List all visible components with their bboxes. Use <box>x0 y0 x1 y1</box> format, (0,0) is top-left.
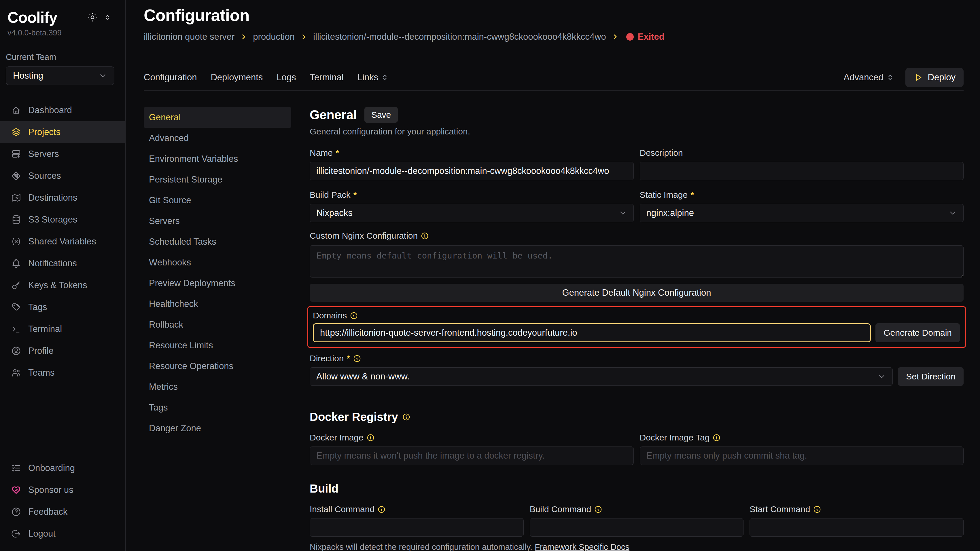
sidebar-item-shared-variables[interactable]: Shared Variables <box>0 230 125 252</box>
theme-sun-icon[interactable] <box>87 12 98 22</box>
save-button[interactable]: Save <box>364 107 398 123</box>
direction-label: Direction * <box>310 354 964 363</box>
team-select[interactable]: Hosting <box>6 67 115 85</box>
build-pack-select[interactable]: Nixpacks <box>310 204 634 222</box>
set-direction-button[interactable]: Set Direction <box>898 367 964 386</box>
generate-nginx-button[interactable]: Generate Default Nginx Configuration <box>310 284 964 302</box>
subnav-item-resource-operations[interactable]: Resource Operations <box>144 356 291 376</box>
git-diamond-icon <box>11 171 21 181</box>
subnav-label: Tags <box>149 402 168 413</box>
framework-docs-link[interactable]: Framework Specific Docs <box>535 542 629 551</box>
sidebar-item-dashboard[interactable]: Dashboard <box>0 99 125 121</box>
subnav-item-webhooks[interactable]: Webhooks <box>144 252 291 273</box>
static-image-select[interactable]: nginx:alpine <box>640 204 964 222</box>
subnav-item-general[interactable]: General <box>144 107 291 128</box>
info-icon[interactable] <box>421 232 429 240</box>
install-command-input[interactable] <box>310 518 524 537</box>
subnav-item-metrics[interactable]: Metrics <box>144 376 291 397</box>
tab-links[interactable]: Links <box>358 72 389 83</box>
subnav-item-danger-zone[interactable]: Danger Zone <box>144 418 291 439</box>
subnav-item-tags[interactable]: Tags <box>144 397 291 418</box>
user-circle-icon <box>11 346 21 356</box>
current-team-label: Current Team <box>0 37 125 62</box>
main-content: Configuration illicitonion quote server … <box>126 0 980 551</box>
subnav-item-scheduled-tasks[interactable]: Scheduled Tasks <box>144 232 291 252</box>
map-icon <box>11 192 21 203</box>
sidebar-item-s3-storages[interactable]: S3 Storages <box>0 209 125 230</box>
info-icon[interactable] <box>594 505 602 514</box>
build-command-input[interactable] <box>530 518 744 537</box>
theme-selector-icon[interactable] <box>103 13 111 21</box>
sidebar-item-label: Logout <box>28 529 56 539</box>
name-input[interactable] <box>310 162 634 180</box>
nginx-config-textarea[interactable] <box>310 245 964 278</box>
breadcrumb-environment[interactable]: production <box>253 32 295 42</box>
sidebar-item-tags[interactable]: Tags <box>0 296 125 318</box>
tab-deployments[interactable]: Deployments <box>211 72 263 83</box>
subnav-item-preview-deployments[interactable]: Preview Deployments <box>144 273 291 294</box>
status-dot-icon <box>626 33 634 41</box>
subnav-label: General <box>149 112 181 123</box>
tab-terminal[interactable]: Terminal <box>310 72 344 83</box>
sidebar-item-sponsor-us[interactable]: Sponsor us <box>0 479 125 501</box>
docker-image-input[interactable] <box>310 446 634 465</box>
sidebar-item-keys-tokens[interactable]: Keys & Tokens <box>0 274 125 296</box>
tab-label: Logs <box>277 72 296 83</box>
subnav-item-servers[interactable]: Servers <box>144 211 291 232</box>
tab-label: Links <box>358 72 378 83</box>
generate-domain-button[interactable]: Generate Domain <box>875 323 960 342</box>
description-label: Description <box>640 148 964 158</box>
required-marker: * <box>690 190 694 200</box>
info-icon[interactable] <box>350 311 358 320</box>
breadcrumb-project[interactable]: illicitonion quote server <box>144 32 234 42</box>
sidebar-item-notifications[interactable]: Notifications <box>0 252 125 274</box>
description-input[interactable] <box>640 162 964 180</box>
deploy-button[interactable]: Deploy <box>905 68 964 87</box>
sidebar-item-label: Sources <box>28 171 61 181</box>
info-icon[interactable] <box>377 505 386 514</box>
breadcrumb-application[interactable]: illicitestonion/-module--decomposition:m… <box>313 32 606 42</box>
sidebar-item-sources[interactable]: Sources <box>0 165 125 187</box>
domains-input[interactable] <box>313 323 871 342</box>
info-icon[interactable] <box>353 354 361 363</box>
build-pack-field: Build Pack * Nixpacks <box>310 190 634 222</box>
sidebar-item-projects[interactable]: Projects <box>0 121 125 143</box>
subnav-label: Servers <box>149 216 180 226</box>
sidebar-item-feedback[interactable]: Feedback <box>0 501 125 523</box>
sidebar-item-teams[interactable]: Teams <box>0 362 125 384</box>
tab-configuration[interactable]: Configuration <box>144 72 197 83</box>
variable-icon <box>11 237 21 247</box>
subnav-label: Metrics <box>149 382 178 392</box>
sidebar-item-servers[interactable]: Servers <box>0 143 125 165</box>
docker-image-tag-input[interactable] <box>640 446 964 465</box>
chevron-down-icon <box>99 71 107 80</box>
subnav-item-environment-variables[interactable]: Environment Variables <box>144 149 291 169</box>
sidebar-item-label: Sponsor us <box>28 485 73 495</box>
tab-logs[interactable]: Logs <box>277 72 296 83</box>
subnav-item-healthcheck[interactable]: Healthcheck <box>144 294 291 314</box>
info-icon[interactable] <box>402 413 410 421</box>
subnav-item-resource-limits[interactable]: Resource Limits <box>144 335 291 356</box>
info-icon[interactable] <box>366 433 375 442</box>
advanced-dropdown[interactable]: Advanced <box>844 72 894 83</box>
info-icon[interactable] <box>713 433 721 442</box>
sidebar-item-destinations[interactable]: Destinations <box>0 187 125 209</box>
direction-select[interactable]: Allow www & non-www. <box>310 367 893 386</box>
subnav-item-rollback[interactable]: Rollback <box>144 314 291 335</box>
app-logo: Coolify <box>8 9 57 26</box>
start-command-label: Start Command <box>749 504 964 514</box>
docker-image-tag-label: Docker Image Tag <box>640 433 964 443</box>
sidebar-item-profile[interactable]: Profile <box>0 340 125 362</box>
start-command-input[interactable] <box>749 518 964 537</box>
sidebar-item-logout[interactable]: Logout <box>0 523 125 545</box>
subnav-item-persistent-storage[interactable]: Persistent Storage <box>144 169 291 190</box>
tabs-row: Configuration Deployments Logs Terminal … <box>144 68 964 87</box>
advanced-label: Advanced <box>844 72 883 83</box>
subnav-item-advanced[interactable]: Advanced <box>144 128 291 149</box>
install-command-field: Install Command <box>310 504 524 537</box>
sidebar-item-onboarding[interactable]: Onboarding <box>0 457 125 479</box>
subnav-item-git-source[interactable]: Git Source <box>144 190 291 211</box>
info-icon[interactable] <box>813 505 821 514</box>
sidebar-item-terminal[interactable]: Terminal <box>0 318 125 340</box>
logo-row: Coolify <box>0 0 125 26</box>
